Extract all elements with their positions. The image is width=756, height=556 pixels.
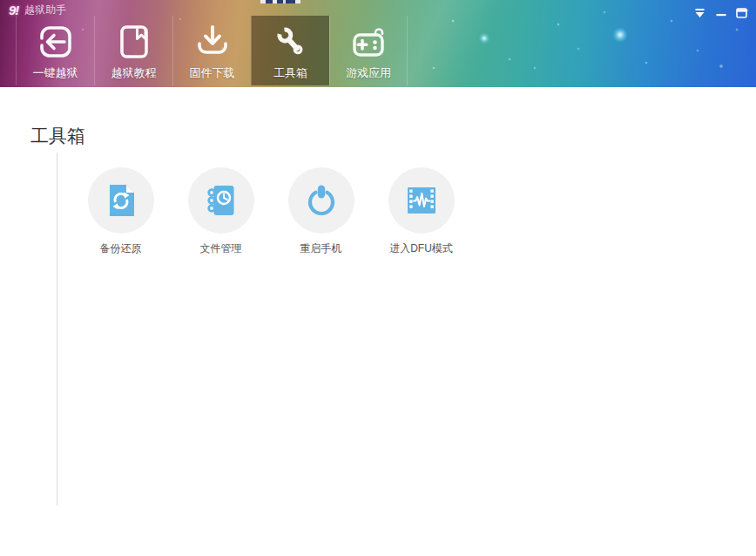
- dfu-film-icon: [402, 181, 441, 220]
- tab-label: 越狱教程: [111, 65, 157, 81]
- tab-firmware-download[interactable]: 固件下载: [172, 16, 251, 85]
- tool-backup-restore[interactable]: 备份还原: [71, 167, 171, 256]
- background-window-sliver: [260, 0, 300, 3]
- menu-button[interactable]: [693, 7, 706, 19]
- tab-label: 一键越狱: [33, 65, 78, 81]
- app-logo-icon: 9!: [9, 3, 18, 17]
- maximize-button[interactable]: [735, 7, 748, 19]
- minimize-icon: [716, 8, 726, 18]
- app-window: 9! 越狱助手: [0, 0, 756, 556]
- tool-label: 文件管理: [200, 241, 242, 256]
- tool-circle: [288, 167, 354, 234]
- tab-toolbox[interactable]: 工具箱: [251, 16, 329, 85]
- gamepad-icon: [348, 22, 388, 62]
- download-icon: [192, 22, 233, 62]
- tab-label: 固件下载: [190, 65, 235, 81]
- book-bookmark-icon: [114, 22, 154, 62]
- power-icon: [302, 181, 341, 220]
- tool-circle: [188, 167, 254, 234]
- tool-enter-dfu-mode[interactable]: 进入DFU模式: [371, 167, 471, 256]
- maximize-icon: [736, 8, 747, 18]
- page-title: 工具箱: [30, 124, 85, 148]
- header: 9! 越狱助手: [0, 0, 756, 87]
- wrench-icon: [271, 22, 311, 62]
- vertical-divider: [57, 153, 57, 505]
- tool-label: 进入DFU模式: [389, 241, 453, 256]
- tab-label: 工具箱: [273, 65, 307, 81]
- nav-tabs: 一键越狱 越狱教程 固件下载: [16, 16, 408, 85]
- tool-circle: [88, 167, 154, 234]
- file-manager-icon: [202, 181, 240, 220]
- tool-circle: [388, 167, 455, 234]
- tool-label: 重启手机: [300, 241, 342, 256]
- backup-restore-icon: [102, 181, 140, 220]
- tab-one-click-jailbreak[interactable]: 一键越狱: [16, 16, 94, 85]
- dropdown-triangle-icon: [694, 8, 705, 18]
- minimize-button[interactable]: [714, 7, 727, 19]
- tool-grid: 备份还原 文件管理 重启手机: [71, 167, 471, 256]
- tool-restart-phone[interactable]: 重启手机: [271, 167, 371, 256]
- tool-label: 备份还原: [100, 241, 142, 256]
- tab-game-apps[interactable]: 游戏应用: [329, 16, 408, 85]
- window-controls: [693, 7, 748, 19]
- back-arrow-box-icon: [36, 22, 76, 62]
- tool-file-manager[interactable]: 文件管理: [171, 167, 271, 256]
- tab-jailbreak-tutorial[interactable]: 越狱教程: [94, 16, 172, 85]
- tab-label: 游戏应用: [346, 65, 391, 81]
- app-title: 越狱助手: [24, 3, 66, 17]
